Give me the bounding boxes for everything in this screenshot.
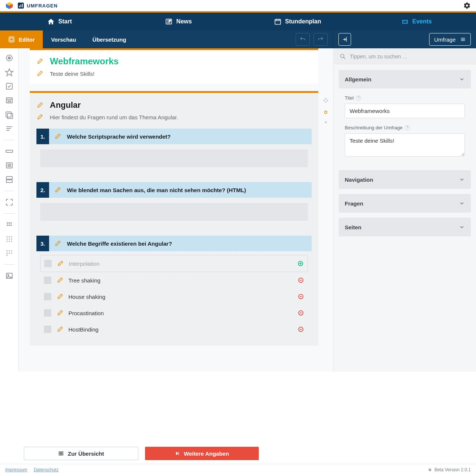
target-icon[interactable] — [323, 97, 329, 103]
answer-row[interactable]: HostBinding — [40, 321, 308, 337]
pencil-icon[interactable] — [54, 187, 61, 193]
page-title[interactable]: Angular — [50, 100, 81, 110]
svg-point-51 — [11, 236, 12, 238]
answer-label[interactable]: Tree shaking — [68, 277, 100, 284]
remove-icon[interactable] — [298, 277, 304, 284]
checkbox-icon[interactable] — [44, 260, 52, 267]
help-icon[interactable]: ? — [405, 125, 410, 130]
settings-icon[interactable] — [463, 2, 471, 9]
remove-icon[interactable] — [298, 326, 304, 333]
nav-news[interactable]: News — [119, 18, 238, 25]
pencil-icon[interactable] — [36, 70, 43, 77]
collapse-panel-button[interactable] — [338, 33, 351, 46]
tool-panel[interactable] — [5, 175, 14, 184]
pencil-icon[interactable] — [57, 293, 63, 300]
svg-text:+: + — [6, 253, 8, 257]
answer-label[interactable]: HostBinding — [68, 326, 99, 333]
menu-icon — [460, 36, 466, 42]
pencil-icon[interactable] — [57, 310, 63, 316]
redo-button[interactable] — [313, 33, 328, 46]
checkbox-icon[interactable] — [44, 309, 51, 317]
tool-expand[interactable] — [5, 198, 14, 207]
answer-label[interactable]: Procastination — [68, 310, 104, 316]
pencil-icon[interactable] — [57, 277, 63, 284]
question-text[interactable]: Welche Begriffe existieren bei Angular? — [67, 240, 172, 247]
answer-row[interactable]: Procastination — [40, 305, 308, 321]
question-text[interactable]: Wie blendet man Sachen aus, die man nich… — [67, 187, 246, 193]
pencil-icon[interactable] — [54, 240, 61, 247]
nav-start-label: Start — [58, 18, 72, 25]
remove-icon[interactable] — [298, 310, 304, 316]
pencil-icon[interactable] — [36, 102, 43, 109]
answer-row[interactable]: House shaking — [40, 288, 308, 305]
tool-image[interactable] — [5, 271, 14, 280]
svg-rect-11 — [169, 20, 171, 21]
answer-label[interactable]: Interpolation — [69, 261, 100, 267]
survey-header[interactable]: Webframeworks Teste deine Skills! — [30, 48, 318, 84]
panel-title: Fragen — [345, 200, 363, 207]
circle-icon[interactable] — [323, 109, 329, 115]
nav-news-label: News — [176, 18, 192, 25]
tool-comment[interactable] — [5, 124, 14, 133]
tab-editor[interactable]: Editor — [0, 30, 43, 48]
tool-matrix-dropdown[interactable] — [5, 235, 14, 243]
panel-fragen-header[interactable]: Fragen — [339, 194, 471, 213]
pencil-icon[interactable] — [36, 114, 43, 120]
answer-row-new[interactable]: Interpolation — [40, 255, 308, 272]
tool-matrix-dynamic[interactable]: + — [5, 249, 14, 258]
tool-matrix[interactable] — [5, 220, 14, 229]
dot-icon[interactable] — [325, 121, 327, 123]
answer-label[interactable]: House shaking — [68, 294, 105, 300]
pencil-icon[interactable] — [54, 133, 61, 140]
beschreibung-textarea[interactable] — [345, 133, 465, 156]
question-2[interactable]: 2. Wie blendet man Sachen aus, die man n… — [36, 182, 312, 227]
checkbox-icon[interactable] — [44, 277, 51, 284]
question-3[interactable]: 3. Welche Begriffe existieren bei Angula… — [36, 236, 312, 340]
checkbox-icon[interactable] — [44, 326, 51, 333]
pencil-icon[interactable] — [57, 326, 63, 333]
svg-marker-25 — [6, 69, 13, 76]
svg-rect-18 — [10, 38, 13, 41]
page-description[interactable]: Hier findest du Fragen rund um das Thema… — [50, 114, 178, 120]
nav-start[interactable]: Start — [0, 18, 119, 25]
tool-dropdown[interactable] — [5, 96, 14, 105]
nav-events[interactable]: Events — [357, 18, 476, 25]
pencil-icon[interactable] — [36, 58, 43, 65]
tool-boolean[interactable] — [5, 110, 14, 119]
help-icon[interactable]: ? — [356, 96, 361, 101]
text-input-placeholder[interactable] — [40, 149, 308, 167]
svg-point-57 — [11, 241, 12, 242]
answer-row[interactable]: Tree shaking — [40, 272, 308, 288]
tool-separator — [4, 140, 15, 140]
tab-vorschau[interactable]: Vorschau — [43, 30, 84, 48]
remove-icon[interactable] — [298, 293, 304, 300]
panel-allgemein-header[interactable]: Allgemein — [339, 70, 471, 88]
tool-text-input[interactable] — [5, 147, 14, 156]
add-icon[interactable] — [297, 260, 304, 267]
question-1[interactable]: 1. Welche Scriptsprache wird verwendet? — [36, 129, 312, 174]
panel-seiten-header[interactable]: Seiten — [339, 218, 471, 236]
svg-rect-17 — [9, 37, 14, 42]
nav-stundenplan[interactable]: Stundenplan — [238, 18, 357, 25]
undo-button[interactable] — [296, 33, 310, 46]
search-input[interactable] — [350, 54, 470, 59]
survey-title[interactable]: Webframeworks — [50, 56, 119, 67]
panel-navigation-header[interactable]: Navigation — [339, 170, 471, 189]
survey-subtitle[interactable]: Teste deine Skills! — [50, 71, 94, 77]
tool-multitext[interactable] — [5, 161, 14, 170]
page-block[interactable]: Angular Hier findest du Fragen rund um d… — [30, 91, 318, 346]
question-text[interactable]: Welche Scriptsprache wird verwendet? — [67, 133, 171, 140]
tool-checkbox[interactable] — [5, 82, 14, 91]
titel-input[interactable] — [345, 104, 465, 118]
view-dropdown[interactable]: Umfrage — [429, 33, 471, 46]
tool-rating[interactable] — [5, 68, 14, 77]
editor-icon — [8, 36, 15, 43]
collapse-icon — [341, 36, 348, 43]
tab-editor-label: Editor — [19, 36, 35, 43]
svg-point-48 — [10, 224, 12, 226]
tool-radio[interactable] — [5, 54, 14, 62]
tab-uebersetzung[interactable]: Übersetzung — [84, 30, 135, 48]
checkbox-icon[interactable] — [44, 293, 51, 300]
pencil-icon[interactable] — [57, 260, 64, 267]
text-input-placeholder[interactable] — [40, 203, 308, 221]
